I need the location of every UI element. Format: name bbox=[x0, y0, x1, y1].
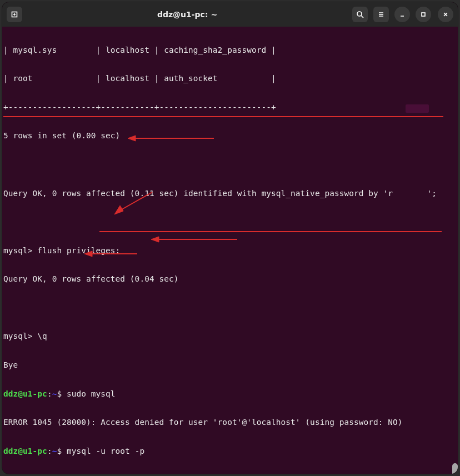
shell-prompt-line: ddz@u1-pc:~$ sudo mysql bbox=[3, 387, 457, 402]
close-icon bbox=[442, 11, 449, 18]
shell-prompt-line: ddz@u1-pc:~$ mysql -u root -p bbox=[3, 444, 457, 459]
annotation-underline bbox=[3, 116, 443, 117]
mysql-prompt-line: mysql> flush privileges; bbox=[3, 244, 457, 258]
query-ok: Query OK, 0 rows affected (0.11 sec) ide… bbox=[3, 187, 457, 201]
window-title: ddz@u1-pc: ~ bbox=[22, 10, 352, 19]
error-line: ERROR 1045 (28000): Access denied for us… bbox=[3, 415, 457, 430]
query-ok: Query OK, 0 rows affected (0.04 sec) bbox=[3, 272, 457, 287]
svg-marker-17 bbox=[151, 237, 159, 242]
minimize-icon bbox=[398, 11, 406, 18]
search-button[interactable] bbox=[352, 7, 368, 22]
password-prompt: Enter password: bbox=[3, 473, 457, 474]
svg-rect-9 bbox=[422, 13, 425, 16]
blank-line bbox=[3, 301, 457, 315]
terminal-window: ddz@u1-pc: ~ | mysql.sys | localhost | c… bbox=[2, 2, 458, 474]
blank-line bbox=[3, 158, 457, 172]
mysql-prompt-line: mysql> \q bbox=[3, 329, 457, 344]
shell-command: sudo mysql bbox=[62, 389, 115, 398]
svg-point-3 bbox=[357, 12, 362, 16]
shell-command: mysql -u root -p bbox=[62, 447, 144, 455]
minimize-button[interactable] bbox=[394, 7, 410, 22]
table-border: +------------------+-----------+--------… bbox=[3, 101, 457, 115]
table-row: | mysql.sys | localhost | caching_sha2_p… bbox=[3, 43, 457, 58]
table-row: | root | localhost | auth_socket | bbox=[3, 72, 457, 86]
bye-line: Bye bbox=[3, 358, 457, 373]
titlebar: ddz@u1-pc: ~ bbox=[2, 2, 458, 27]
result-summary: 5 rows in set (0.00 sec) bbox=[3, 129, 457, 143]
new-tab-icon bbox=[11, 11, 18, 18]
menu-button[interactable] bbox=[373, 7, 389, 22]
menu-icon bbox=[377, 11, 385, 18]
svg-marker-15 bbox=[114, 206, 123, 214]
new-tab-button[interactable] bbox=[7, 7, 22, 22]
blank-line bbox=[3, 215, 457, 229]
svg-line-4 bbox=[361, 16, 363, 18]
maximize-icon bbox=[419, 11, 427, 18]
scrollbar-thumb[interactable] bbox=[452, 463, 458, 474]
terminal-viewport[interactable]: | mysql.sys | localhost | caching_sha2_p… bbox=[2, 27, 458, 474]
close-button[interactable] bbox=[438, 7, 453, 22]
maximize-button[interactable] bbox=[416, 7, 431, 22]
prompt-userhost: ddz@u1-pc bbox=[3, 447, 47, 455]
annotation-censor bbox=[406, 104, 429, 113]
search-icon bbox=[356, 11, 364, 18]
annotation-underline bbox=[99, 231, 442, 232]
annotation-arrow bbox=[151, 234, 240, 244]
prompt-userhost: ddz@u1-pc bbox=[3, 389, 47, 398]
